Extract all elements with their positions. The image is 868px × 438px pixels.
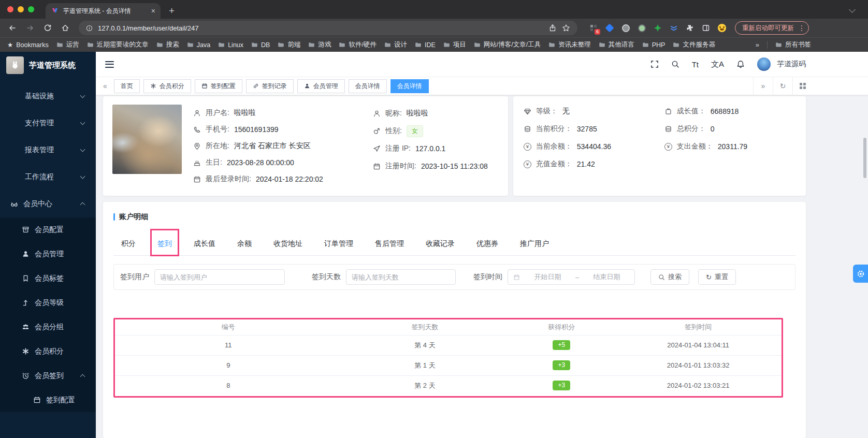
sidebar-group-report[interactable]: 报表管理 [0,137,96,164]
tab-orders[interactable]: 订单管理 [324,233,354,255]
reload-button[interactable] [40,21,55,35]
close-window-button[interactable] [7,6,13,12]
tab-growth[interactable]: 成长值 [193,233,216,255]
tag-member-manage[interactable]: 会员管理 [297,79,345,93]
sidebar-group-member-center[interactable]: 会员中心 [0,191,96,217]
bookmark-folder[interactable]: 其他语言 [599,40,634,49]
green-extension-icon[interactable] [637,23,646,33]
bookmarks-manager[interactable]: ★ Bookmarks [7,41,49,49]
restart-to-update-button[interactable]: 重新启动即可更新 ⋮ [735,21,809,35]
tab-balance[interactable]: 余额 [237,233,252,255]
chevron-down-icon[interactable] [849,6,856,13]
language-icon[interactable]: 文A [711,60,724,69]
sidebar-item-member-config[interactable]: 会员配置 [0,217,96,242]
tag-member-points[interactable]: 会员积分 [143,79,191,93]
browser-tab[interactable]: 芋道管理系统 - 会员详情 × [46,3,161,19]
bookmarks-overflow-chevron[interactable]: » [756,41,759,49]
sidebar-toggle-icon[interactable] [701,23,711,33]
bookmark-folder[interactable]: 运营 [56,40,79,49]
sidebar-item-signin-config[interactable]: 签到配置 [0,388,96,412]
refresh-tag-icon[interactable]: ↻ [773,77,792,95]
tag-member-detail[interactable]: 会员详情 [349,79,387,93]
chevrons-extension-icon[interactable] [669,23,678,33]
font-size-icon[interactable]: Tt [692,60,699,69]
stat-current-points: 当前积分： 32785 [524,120,664,138]
bookmark-folder[interactable]: Java [187,41,210,49]
extension-icon[interactable]: 6 [589,23,598,33]
share-icon[interactable] [548,24,557,32]
signin-date-range-picker[interactable]: 开始日期 – 结束日期 [508,269,635,285]
bookmark-folder[interactable]: 设计 [384,40,407,49]
sidebar-item-member-manage[interactable]: 会员管理 [0,242,96,266]
reset-button[interactable]: ↻ 重置 [698,269,736,285]
puzzle-extension-icon[interactable] [685,23,695,33]
gem-extension-icon[interactable] [605,23,614,33]
tags-layout-icon[interactable] [792,77,812,95]
bookmark-folder[interactable]: 游戏 [308,40,331,49]
sidebar-item-member-points[interactable]: 会员积分 [0,339,96,363]
tab-points[interactable]: 积分 [121,233,136,255]
star-extension-icon[interactable] [653,23,662,33]
bookmark-folder[interactable]: 资讯未整理 [548,40,591,49]
tag-signin-record[interactable]: 签到记录 [246,79,294,93]
tags-scroll-left[interactable]: « [100,82,110,90]
tags-scroll-right[interactable]: » [753,77,773,95]
url-text[interactable]: 127.0.0.1/member/user/detail/247 [98,24,543,32]
sidebar-item-member-level[interactable]: 会员等级 [0,290,96,315]
forward-button[interactable] [23,21,37,35]
sidebar-item-member-signin[interactable]: 会员签到 [0,363,96,388]
sidebar-group-workflow[interactable]: 工作流程 [0,164,96,191]
bookmark-folder[interactable]: 软件/硬件 [339,40,376,49]
url-bar[interactable]: 127.0.0.1/member/user/detail/247 [79,21,577,35]
tab-promotion[interactable]: 推广用户 [519,233,549,255]
tag-home[interactable]: 首页 [114,79,140,93]
bookmark-folder[interactable]: 搜索 [156,40,179,49]
all-bookmarks-folder[interactable]: 所有书签 [775,40,811,49]
bookmark-folder[interactable]: IDE [415,41,436,49]
signin-days-input[interactable] [346,269,456,285]
page-scrollbar-thumb[interactable] [863,138,866,178]
user-avatar[interactable] [757,57,771,71]
bookmark-folder[interactable]: 项目 [443,40,466,49]
tag-signin-config[interactable]: 签到配置 [195,79,242,93]
emoji-extension-icon[interactable] [717,23,727,33]
bell-icon[interactable] [736,60,745,68]
bookmark-folder[interactable]: 文件服务器 [673,40,715,49]
theme-settings-button[interactable] [853,265,868,283]
chevron-up-icon [80,374,85,379]
new-tab-button[interactable]: + [169,5,175,17]
sidebar-item-member-group[interactable]: 会员分组 [0,315,96,339]
site-info-icon[interactable] [86,25,93,32]
bookmark-folder[interactable]: 网站/博客/文章/工具 [474,40,541,49]
tab-coupons[interactable]: 优惠券 [476,233,499,255]
bookmark-folder[interactable]: 近期需要读的文章 [87,40,149,49]
sidebar-group-payment[interactable]: 支付管理 [0,110,96,137]
search-button[interactable]: 搜索 [650,269,689,285]
bookmark-folder[interactable]: DB [251,41,270,49]
signin-user-input[interactable] [154,269,285,285]
gray-extension-icon[interactable] [621,23,630,33]
minimize-window-button[interactable] [18,6,24,12]
sidebar-item-member-tag[interactable]: 会员标签 [0,266,96,290]
fullscreen-icon[interactable] [650,60,659,68]
bookmark-folder[interactable]: Linux [218,41,243,49]
tab-favorites[interactable]: 收藏记录 [425,233,455,255]
app-logo [6,56,24,74]
bookmark-folder[interactable]: 前端 [278,40,300,49]
tab-close-icon[interactable]: × [151,7,155,15]
bookmark-folder[interactable]: PHP [642,41,666,49]
tab-signin[interactable]: 签到 [157,233,172,256]
search-icon[interactable] [671,60,679,68]
sidebar-group-infrastructure[interactable]: 基础设施 [0,83,96,110]
bookmark-star-icon[interactable] [562,24,570,32]
tab-address[interactable]: 收货地址 [273,233,303,255]
tag-member-detail-active[interactable]: 会员详情 [390,79,429,93]
app-logo-row[interactable]: 芋道管理系统 [0,52,96,79]
back-button[interactable] [5,21,20,35]
tab-aftersale[interactable]: 售后管理 [374,233,404,255]
username[interactable]: 芋道源码 [777,60,806,69]
menu-fold-icon[interactable] [105,61,114,68]
browser-menu-icon[interactable]: ⋮ [798,24,805,32]
zoom-window-button[interactable] [28,6,34,12]
home-button[interactable] [58,21,73,35]
